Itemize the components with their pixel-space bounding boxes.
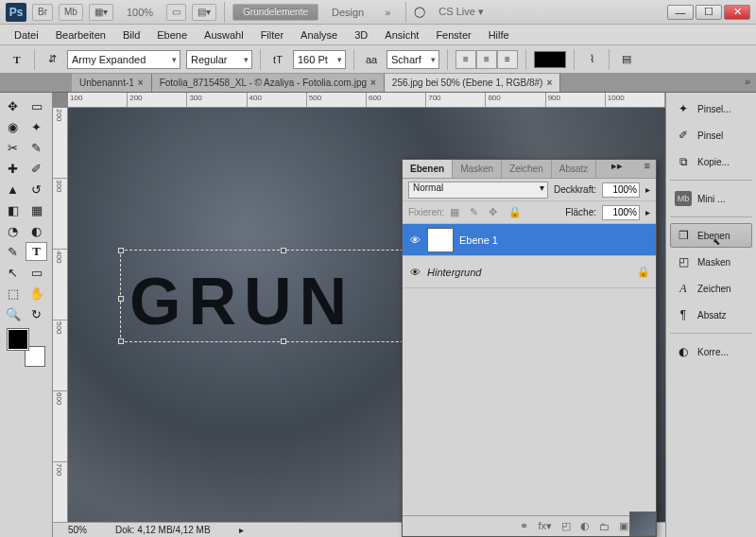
menu-hilfe[interactable]: Hilfe [480,26,518,43]
pen-tool[interactable]: ✎ [2,242,24,261]
font-weight-combo[interactable]: Regular [186,50,252,69]
visibility-toggle[interactable]: 👁 [408,234,421,246]
gradient-tool[interactable]: ▦ [26,200,47,219]
lock-buttons[interactable]: ▦ ✎ ✥ 🔒 [450,206,524,218]
dock-absatz[interactable]: ¶Absatz [670,303,752,327]
close-icon[interactable]: × [546,78,552,88]
heal-tool[interactable]: ✚ [2,159,24,178]
eraser-tool[interactable]: ◧ [2,200,24,219]
eyedropper-tool[interactable]: ✎ [26,138,47,157]
menu-analyse[interactable]: Analyse [292,26,346,43]
doc-tab-256[interactable]: 256.jpg bei 50% (Ebene 1, RGB/8#)× [385,74,560,92]
workspace-more[interactable]: » [377,7,398,18]
panel-tab-ebenen[interactable]: Ebenen [403,160,453,178]
dock-minibridge[interactable]: MbMini ... [670,186,752,211]
close-button[interactable]: ✕ [724,5,750,20]
menu-datei[interactable]: Datei [6,26,47,43]
panel-tab-masken[interactable]: Masken [453,160,502,178]
minimize-button[interactable]: — [667,5,694,20]
dock-zeichen[interactable]: AZeichen [670,276,752,301]
opacity-input[interactable] [602,182,640,198]
panel-tab-zeichen[interactable]: Zeichen [502,160,552,178]
bridge-button[interactable]: Br [32,4,53,21]
fill-scrub[interactable]: ▸ [645,207,650,217]
fill-input[interactable] [602,205,640,220]
dock-korrekturen[interactable]: ◐Korre... [670,339,752,364]
char-panel-button[interactable]: ▤ [617,50,636,69]
maximize-button[interactable]: ☐ [696,5,722,20]
3d-tool[interactable]: ⬚ [2,284,24,303]
layer-thumbnail[interactable] [629,511,656,515]
font-family-combo[interactable]: Army Expanded [67,50,180,69]
menu-ansicht[interactable]: Ansicht [376,26,427,43]
menu-filter[interactable]: Filter [252,26,292,43]
cslive-button[interactable]: CS Live ▾ [431,6,491,18]
layer-name[interactable]: Ebene 1 [459,234,498,246]
fx-button[interactable]: fx▾ [538,520,552,532]
transform-box[interactable] [120,250,441,342]
panel-menu-button[interactable]: ≡ [639,160,656,178]
close-icon[interactable]: × [370,78,376,88]
path-tool[interactable]: ↖ [2,263,24,282]
text-color-swatch[interactable] [534,51,566,68]
blend-mode-combo[interactable]: Normal [408,182,548,199]
dock-pinselvorgaben[interactable]: ✦Pinsel... [670,96,752,121]
visibility-toggle[interactable]: 👁 [408,267,421,278]
screen-mode-button[interactable]: ▦▾ [89,4,113,21]
layers-panel[interactable]: Ebenen Masken Zeichen Absatz ▸▸ ≡ Normal… [402,159,657,537]
new-layer-button[interactable]: ▣ [619,520,628,532]
menu-auswahl[interactable]: Auswahl [196,26,252,43]
menu-fenster[interactable]: Fenster [427,26,479,43]
dodge-tool[interactable]: ◐ [26,221,47,240]
link-layers-button[interactable]: ⚭ [520,520,528,532]
wand-tool[interactable]: ✦ [26,117,47,136]
menu-ebene[interactable]: Ebene [148,26,196,43]
menu-bild[interactable]: Bild [114,26,148,43]
dock-ebenen[interactable]: ❒Ebenen⬉ [670,223,752,248]
doc-tab-unbenannt[interactable]: Unbenannt-1× [72,74,152,92]
align-left-button[interactable]: ≡ [455,50,476,69]
doc-tab-fotolia[interactable]: Fotolia_8715458_XL - © Azaliya - Fotolia… [152,74,385,92]
adjustment-button[interactable]: ◐ [580,520,590,532]
menu-bearbeiten[interactable]: Bearbeiten [47,26,114,43]
foreground-color[interactable] [8,329,28,350]
history-brush-tool[interactable]: ↺ [26,180,47,199]
group-button[interactable]: 🗀 [599,521,610,532]
align-right-button[interactable]: ≡ [497,50,518,69]
mask-button[interactable]: ◰ [561,520,571,532]
stamp-tool[interactable]: ▲ [2,180,24,199]
menu-3d[interactable]: 3D [346,26,376,43]
font-size-combo[interactable]: 160 Pt [293,50,346,69]
lasso-tool[interactable]: ◉ [2,117,24,136]
warp-text-button[interactable]: ⌇ [582,50,601,69]
dock-kopierquelle[interactable]: ⧉Kopie... [670,149,752,174]
close-icon[interactable]: × [138,78,144,88]
view-button-2[interactable]: ▤▾ [192,4,216,21]
dock-pinsel[interactable]: ✐Pinsel [670,123,752,147]
opacity-scrub[interactable]: ▸ [645,184,650,195]
zoom-tool[interactable]: 🔍 [2,304,24,323]
zoom-readout[interactable]: 50% [68,525,87,535]
orientation-button[interactable]: ⇵ [43,50,61,69]
brush-tool[interactable]: ✐ [26,159,47,178]
rotate-tool[interactable]: ↻ [26,304,47,323]
marquee-tool[interactable]: ▭ [26,96,47,115]
layer-thumbnail[interactable]: T [427,228,454,252]
align-center-button[interactable]: ≡ [476,50,497,69]
tabs-overflow[interactable]: » [739,74,756,92]
crop-tool[interactable]: ✂ [2,138,24,157]
blur-tool[interactable]: ◔ [2,221,24,240]
panel-collapse-button[interactable]: ▸▸ [606,160,628,178]
panel-tab-absatz[interactable]: Absatz [552,160,597,178]
layer-name[interactable]: Hintergrund [427,267,481,278]
shape-tool[interactable]: ▭ [26,263,47,282]
workspace-grundelemente[interactable]: Grundelemente [232,4,318,21]
view-button-1[interactable]: ▭ [166,4,186,21]
type-tool[interactable]: T [26,242,47,261]
workspace-design[interactable]: Design [324,7,371,18]
layer-row[interactable]: 👁 T Ebene 1 [403,224,656,256]
antialias-combo[interactable]: Scharf [387,50,439,69]
layer-row[interactable]: 👁 Hintergrund 🔒 [403,256,656,288]
dock-masken[interactable]: ◰Masken [670,250,752,274]
foreground-background-colors[interactable] [8,329,45,367]
